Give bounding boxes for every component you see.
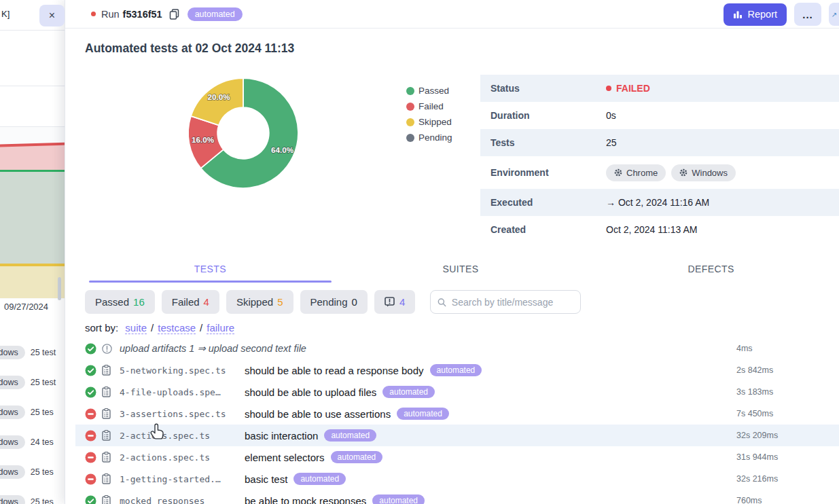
chip-label: Skipped xyxy=(236,296,273,308)
search-input[interactable] xyxy=(452,297,573,308)
test-duration: 760ms xyxy=(736,496,762,504)
run-list-item[interactable]: Windows 25 tes xyxy=(0,493,65,504)
trend-skipped-area xyxy=(0,266,65,298)
failed-status-dot xyxy=(606,86,611,91)
search-icon xyxy=(438,298,446,307)
test-row[interactable]: 3-assertions.spec.ts should be able to u… xyxy=(75,403,839,425)
chip-count: 0 xyxy=(352,296,357,308)
run-tests-count: 25 test xyxy=(31,378,56,387)
legend-dot xyxy=(406,118,414,126)
detail-label: Environment xyxy=(480,167,606,178)
trend-axis-date: 09/27/2024 xyxy=(4,302,48,312)
ellipsis-icon: ... xyxy=(802,9,813,20)
passed-icon xyxy=(85,495,96,504)
passed-icon xyxy=(85,343,96,355)
report-button-label: Report xyxy=(747,9,777,20)
detail-label: Status xyxy=(480,83,606,94)
run-list-item[interactable]: Windows 25 test xyxy=(0,344,65,361)
run-details-table: Status FAILED Duration 0s Tests 25 Envir… xyxy=(480,75,839,243)
tab-tests[interactable]: TESTS xyxy=(85,257,336,283)
filter-skipped-button[interactable]: Skipped 5 xyxy=(226,290,293,314)
failed-icon xyxy=(85,473,96,485)
run-list-item[interactable]: Windows 25 test xyxy=(0,374,65,391)
sort-label: sort by: xyxy=(85,322,118,334)
report-button[interactable]: Report xyxy=(724,3,787,26)
automated-badge: automated xyxy=(331,451,383,463)
run-tests-count: 25 tes xyxy=(31,497,54,504)
donut-label-skipped: 20.0% xyxy=(207,92,230,101)
test-row[interactable]: mocked responses be able to mock respons… xyxy=(75,490,839,504)
automated-badge: automated xyxy=(397,408,449,420)
filter-pending-button[interactable]: Pending 0 xyxy=(300,290,368,314)
test-file: mocked responses xyxy=(120,496,245,504)
detail-row-created: Created Oct 2, 2024 11:13 AM xyxy=(480,216,839,243)
testcase-icon xyxy=(102,430,111,441)
page-title: Automated tests at 02 Oct 2024 11:13 xyxy=(85,41,294,56)
scrollbar-thumb[interactable] xyxy=(58,277,61,300)
copy-icon xyxy=(169,9,179,20)
test-file: 2-actions.spec.ts xyxy=(120,431,245,441)
env-badge: Windows xyxy=(0,346,25,359)
test-row[interactable]: 1-getting-started.… basic test automated… xyxy=(75,468,839,490)
tab-suites[interactable]: SUITES xyxy=(336,257,586,283)
detail-label: Duration xyxy=(480,110,606,121)
run-list-item[interactable]: Windows 24 tes xyxy=(0,433,65,451)
copy-run-id-button[interactable] xyxy=(169,9,179,20)
sort-by-testcase-link[interactable]: testcase xyxy=(158,322,196,334)
donut-label-passed: 64.0% xyxy=(271,145,294,154)
tests-count-value: 25 xyxy=(606,137,617,148)
donut-slice-skipped xyxy=(191,78,243,125)
more-actions-button[interactable]: ... xyxy=(794,3,821,26)
test-row[interactable]: 2-actions.spec.ts basic interaction auto… xyxy=(75,425,839,446)
test-file: 2-actions.spec.ts xyxy=(120,452,245,463)
passed-icon xyxy=(85,386,96,398)
tab-defects[interactable]: DEFECTS xyxy=(586,257,836,283)
filter-failed-button[interactable]: Failed 4 xyxy=(162,290,219,314)
legend-dot xyxy=(406,103,414,111)
test-duration: 4ms xyxy=(736,344,753,353)
test-row[interactable]: 5-networking.spec.ts should be able to r… xyxy=(75,359,839,381)
env-badge: Windows xyxy=(0,406,25,419)
chip-count: 4 xyxy=(204,296,209,308)
test-title: should be able to upload files xyxy=(245,386,376,398)
close-panel-button[interactable]: × xyxy=(39,5,65,26)
test-row[interactable]: 4-file-uploads.spe… should be able to up… xyxy=(75,381,839,403)
keyboard-shortcut-hint: K] xyxy=(1,9,10,19)
test-duration: 7s 450ms xyxy=(736,409,773,418)
chip-label: Failed xyxy=(172,296,200,308)
bar-chart-icon xyxy=(733,10,743,19)
env-badge-chrome[interactable]: Chrome xyxy=(606,164,666,181)
sort-by-failure-link[interactable]: failure xyxy=(207,322,234,334)
automated-badge: automated xyxy=(382,386,435,398)
test-row[interactable]: upload artifacts 1 ⇒ upload second text … xyxy=(75,338,839,359)
automated-badge: automated xyxy=(372,494,425,504)
test-title: basic interaction xyxy=(245,430,318,442)
results-donut-chart: 64.0% 16.0% 20.0% xyxy=(182,72,304,194)
failed-icon xyxy=(85,452,96,463)
filter-comments-button[interactable]: 4 xyxy=(374,290,415,314)
detail-row-tests: Tests 25 xyxy=(480,129,839,156)
run-tests-count: 25 test xyxy=(31,348,56,357)
partial-edge-button[interactable]: ↗ xyxy=(829,3,839,26)
chip-label: Passed xyxy=(95,296,129,308)
result-tabs: TESTS SUITES DEFECTS xyxy=(85,257,836,283)
sort-separator: / xyxy=(151,322,154,334)
test-title: be able to mock responses xyxy=(245,495,366,504)
run-list-item[interactable]: Windows 25 tes xyxy=(0,403,65,421)
detail-row-executed: Executed → Oct 2, 2024 11:16 AM xyxy=(480,189,839,216)
passed-icon xyxy=(85,365,96,376)
chip-count: 5 xyxy=(277,296,283,308)
test-title: basic test xyxy=(245,473,287,485)
failed-icon xyxy=(85,408,96,420)
test-duration: 3s 183ms xyxy=(736,387,773,397)
legend-label: Skipped xyxy=(418,117,452,127)
test-duration: 32s 209ms xyxy=(736,431,778,440)
filter-passed-button[interactable]: Passed 16 xyxy=(85,290,155,314)
legend-label: Pending xyxy=(418,132,452,143)
env-badge-windows[interactable]: Windows xyxy=(671,164,736,181)
sort-by-suite-link[interactable]: suite xyxy=(125,322,147,334)
test-row[interactable]: 2-actions.spec.ts element selectors auto… xyxy=(75,446,839,468)
run-list-item[interactable]: Windows 25 tes xyxy=(0,463,65,481)
trend-passed-area xyxy=(0,172,65,264)
env-badge: Windows xyxy=(0,495,25,504)
